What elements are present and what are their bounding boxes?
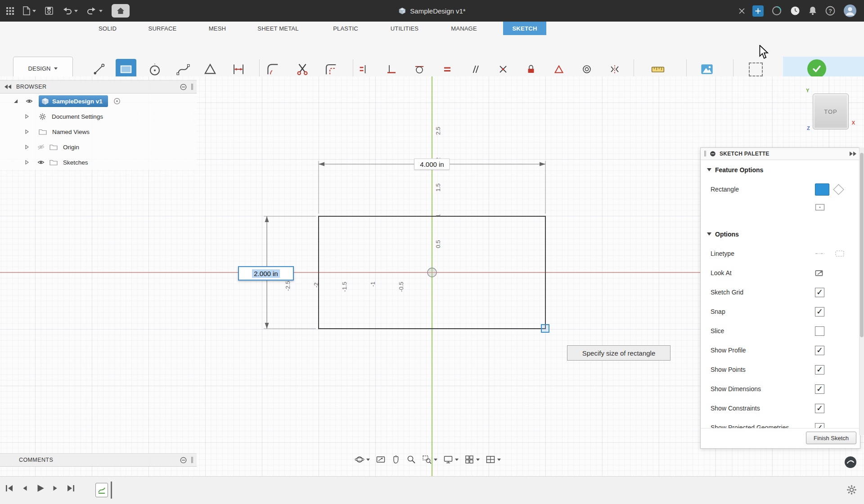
concentric-constraint-button[interactable]	[579, 61, 595, 77]
center-rectangle-icon[interactable]	[815, 204, 825, 211]
visibility-eye-icon[interactable]	[25, 98, 33, 104]
parallel-constraint-button[interactable]	[467, 61, 483, 77]
width-dimension-label[interactable]: 4.000 in	[414, 159, 450, 170]
construction-linetype-icon[interactable]	[835, 250, 845, 258]
panel-grip-icon[interactable]	[191, 84, 193, 90]
fix-constraint-button[interactable]	[523, 61, 539, 77]
timeline-play-button[interactable]	[35, 483, 45, 493]
tab-manage[interactable]: MANAGE	[451, 22, 477, 35]
horizontal-vertical-constraint-button[interactable]	[356, 61, 372, 77]
palette-scrollbar[interactable]	[859, 147, 864, 435]
look-at-icon[interactable]	[815, 269, 824, 277]
show-dimensions-checkbox[interactable]: ✓	[815, 384, 824, 394]
undo-button[interactable]	[62, 7, 78, 15]
activate-component-radio[interactable]	[113, 98, 121, 105]
close-document-icon[interactable]	[739, 8, 745, 14]
zoom-window-button[interactable]	[422, 455, 437, 464]
browser-item-named-views[interactable]: Named Views	[0, 124, 197, 139]
home-button[interactable]	[112, 4, 130, 18]
feature-options-section-header[interactable]: Feature Options	[701, 160, 860, 180]
palette-scrollbar-thumb[interactable]	[860, 153, 864, 337]
visibility-eye-icon[interactable]	[37, 159, 45, 165]
collapse-palette-icon[interactable]	[849, 152, 856, 156]
coincident-constraint-button[interactable]	[495, 61, 511, 77]
save-button[interactable]	[45, 7, 53, 15]
options-section-header[interactable]: Options	[701, 224, 860, 244]
display-settings-button[interactable]	[443, 455, 459, 464]
panel-grip-icon[interactable]	[191, 457, 193, 463]
file-menu-button[interactable]	[23, 6, 36, 15]
perpendicular-constraint-button[interactable]	[383, 61, 400, 77]
job-status-icon[interactable]	[771, 5, 782, 16]
timeline-step-back-button[interactable]	[21, 484, 29, 492]
tab-plastic[interactable]: PLASTIC	[333, 22, 358, 35]
notifications-bell-icon[interactable]	[808, 6, 817, 16]
viewports-button[interactable]	[486, 455, 501, 464]
show-constraints-checkbox[interactable]: ✓	[815, 404, 824, 413]
tab-sheet-metal[interactable]: SHEET METAL	[257, 22, 298, 35]
tab-surface[interactable]: SURFACE	[148, 22, 177, 35]
show-points-checkbox[interactable]: ✓	[815, 365, 824, 375]
viewcube[interactable]: TOP Y X Z	[813, 94, 849, 129]
tangent-constraint-button[interactable]	[411, 61, 428, 77]
grid-snap-button[interactable]	[464, 455, 480, 464]
browser-item-sketches[interactable]: Sketches	[0, 155, 197, 170]
expand-root-icon[interactable]	[14, 99, 18, 103]
two-point-rectangle-swatch[interactable]	[815, 183, 829, 196]
pan-button[interactable]	[392, 455, 400, 464]
expand-icon[interactable]	[25, 145, 29, 149]
panel-grip-icon[interactable]	[704, 151, 706, 156]
assistant-chat-icon[interactable]	[844, 456, 857, 468]
timeline-go-to-start-button[interactable]	[4, 484, 14, 493]
document-tab[interactable]: SampleDesign v1*	[398, 7, 465, 15]
panel-options-icon[interactable]	[180, 84, 187, 90]
slice-checkbox[interactable]	[815, 326, 824, 336]
visibility-eye-off-icon[interactable]	[37, 144, 45, 150]
show-constraints-row: Show Constraints ✓	[701, 399, 860, 418]
midpoint-constraint-button[interactable]	[551, 61, 567, 77]
panel-options-icon[interactable]	[180, 457, 187, 464]
three-point-rectangle-icon[interactable]	[835, 186, 842, 193]
sketch-grid-checkbox[interactable]: ✓	[815, 288, 824, 297]
collapse-panel-icon[interactable]	[4, 85, 12, 89]
finish-sketch-button[interactable]	[807, 59, 826, 78]
new-tab-button[interactable]	[752, 5, 764, 17]
finish-sketch-palette-button[interactable]: Finish Sketch	[806, 432, 856, 444]
zoom-button[interactable]	[406, 455, 416, 464]
comments-header[interactable]: COMMENTS	[0, 453, 197, 467]
browser-root-row[interactable]: SampleDesign v1	[0, 94, 197, 109]
look-at-button[interactable]	[376, 455, 386, 464]
orbit-button[interactable]	[355, 455, 370, 464]
expand-icon[interactable]	[25, 160, 29, 165]
show-profile-checkbox[interactable]: ✓	[815, 346, 824, 355]
timeline-step-forward-button[interactable]	[51, 484, 59, 492]
tab-solid[interactable]: SOLID	[99, 22, 117, 35]
app-menu-icon[interactable]	[6, 7, 14, 15]
expand-icon[interactable]	[25, 129, 29, 134]
browser-item-document-settings[interactable]: Document Settings	[0, 109, 197, 124]
timeline-go-to-end-button[interactable]	[66, 484, 76, 493]
show-projected-geometries-checkbox[interactable]: ✓	[815, 423, 824, 428]
timeline-position-marker[interactable]	[111, 482, 112, 499]
viewcube-top-face[interactable]: TOP	[824, 108, 837, 115]
expand-icon[interactable]	[25, 114, 29, 119]
timeline-sketch-feature[interactable]	[95, 482, 112, 499]
height-dimension-input[interactable]: 2.000 in	[238, 266, 294, 281]
equal-constraint-button[interactable]	[439, 61, 455, 77]
browser-item-origin[interactable]: Origin	[0, 139, 197, 155]
redo-button[interactable]	[87, 7, 103, 15]
user-avatar[interactable]	[843, 4, 857, 18]
sketch-palette-header[interactable]: SKETCH PALETTE	[701, 148, 860, 160]
tab-mesh[interactable]: MESH	[209, 22, 226, 35]
browser-header[interactable]: BROWSER	[0, 80, 197, 94]
panel-options-icon[interactable]	[710, 151, 716, 157]
timeline-settings-gear-icon[interactable]	[846, 485, 857, 495]
browser-root-selected[interactable]: SampleDesign v1	[39, 95, 108, 107]
tab-utilities[interactable]: UTILITIES	[391, 22, 418, 35]
clock-icon[interactable]	[790, 5, 801, 16]
centerline-linetype-icon[interactable]	[815, 250, 825, 258]
help-icon[interactable]: ?	[825, 5, 836, 16]
tab-sketch-active[interactable]: SKETCH	[503, 22, 546, 35]
symmetry-constraint-button[interactable]	[607, 61, 623, 77]
snap-checkbox[interactable]: ✓	[815, 307, 824, 317]
